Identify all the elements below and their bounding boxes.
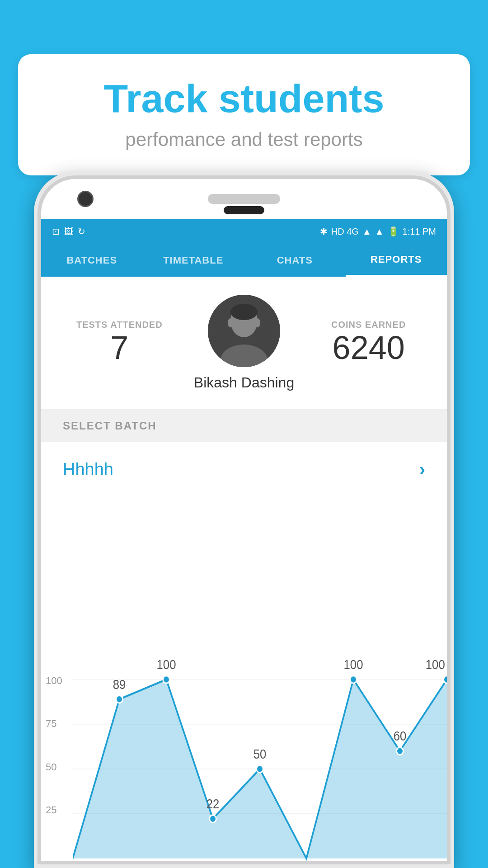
svg-text:100: 100 — [157, 657, 176, 672]
svg-text:89: 89 — [113, 677, 126, 692]
phone-top — [41, 179, 447, 219]
svg-point-5 — [255, 318, 260, 327]
speaker — [208, 194, 280, 204]
tab-timetable[interactable]: TIMETABLE — [143, 244, 244, 277]
network-label: HD 4G — [331, 226, 359, 237]
chevron-right-icon: › — [419, 459, 425, 480]
svg-point-22 — [444, 676, 447, 684]
svg-text:60: 60 — [394, 729, 407, 744]
notif-icon-1: ⊡ — [52, 226, 60, 237]
svg-point-10 — [116, 695, 123, 703]
phone-screen: ⊡ 🖼 ↻ ✱ HD 4G ▲ ▲ 🔋 1:11 PM BATCHES TIME… — [41, 179, 447, 861]
y-label-75: 75 — [41, 718, 73, 730]
notif-icon-2: 🖼 — [64, 226, 73, 237]
battery-icon: 🔋 — [388, 226, 399, 237]
content-area: TESTS ATTENDED 7 — [41, 277, 447, 861]
svg-text:100: 100 — [344, 657, 363, 672]
coins-earned-block: COINS EARNED 6240 — [312, 320, 425, 366]
svg-point-20 — [397, 747, 404, 755]
tests-attended-label: TESTS ATTENDED — [63, 320, 176, 330]
y-label-100: 100 — [41, 675, 73, 687]
profile-center: Bikash Dashing — [176, 295, 312, 391]
tab-batches[interactable]: BATCHES — [41, 244, 143, 277]
avatar — [208, 295, 280, 367]
phone-frame: ⊡ 🖼 ↻ ✱ HD 4G ▲ ▲ 🔋 1:11 PM BATCHES TIME… — [34, 172, 454, 868]
svg-point-16 — [257, 765, 263, 773]
speech-bubble: Track students perfomance and test repor… — [18, 54, 470, 175]
notif-icon-3: ↻ — [78, 226, 85, 237]
status-left-icons: ⊡ 🖼 ↻ — [52, 226, 85, 237]
time-display: 1:11 PM — [403, 226, 436, 237]
bubble-subtitle: perfomance and test reports — [45, 129, 443, 151]
chart-container: 25 50 75 100 — [41, 635, 447, 861]
svg-point-4 — [228, 318, 233, 327]
face-sensor — [224, 206, 264, 214]
svg-text:50: 50 — [253, 746, 267, 761]
chart-area: 25 50 75 100 — [41, 635, 447, 861]
select-batch-header: SELECT BATCH — [41, 410, 447, 442]
svg-text:22: 22 — [206, 797, 220, 811]
phone-inner: ⊡ 🖼 ↻ ✱ HD 4G ▲ ▲ 🔋 1:11 PM BATCHES TIME… — [38, 175, 450, 864]
signal-icon-1: ▲ — [362, 226, 371, 237]
front-camera-icon — [77, 191, 94, 207]
y-label-50: 50 — [41, 761, 73, 773]
status-bar: ⊡ 🖼 ↻ ✱ HD 4G ▲ ▲ 🔋 1:11 PM — [41, 219, 447, 244]
batch-name: Hhhhh — [63, 460, 113, 479]
tab-chats[interactable]: CHATS — [244, 244, 346, 277]
tab-reports[interactable]: REPORTS — [346, 244, 447, 277]
performance-chart: 89 100 22 50 100 — [73, 635, 447, 861]
tests-attended-block: TESTS ATTENDED 7 — [63, 320, 176, 366]
select-batch-label: SELECT BATCH — [63, 420, 157, 432]
tab-bar: BATCHES TIMETABLE CHATS REPORTS — [41, 244, 447, 277]
svg-point-14 — [210, 815, 216, 823]
coins-earned-label: COINS EARNED — [312, 320, 425, 330]
tests-attended-value: 7 — [63, 330, 176, 366]
svg-point-18 — [350, 676, 357, 684]
batch-item[interactable]: Hhhhh › — [41, 442, 447, 497]
user-name: Bikash Dashing — [194, 374, 294, 391]
bubble-title: Track students — [45, 77, 443, 121]
coins-earned-value: 6240 — [312, 330, 425, 366]
svg-point-12 — [163, 676, 170, 684]
bluetooth-icon: ✱ — [320, 226, 328, 237]
signal-icon-2: ▲ — [375, 226, 384, 237]
svg-point-2 — [230, 304, 258, 320]
profile-section: TESTS ATTENDED 7 — [41, 277, 447, 410]
svg-text:100: 100 — [426, 657, 445, 672]
y-label-25: 25 — [41, 804, 73, 816]
status-right-icons: ✱ HD 4G ▲ ▲ 🔋 1:11 PM — [320, 226, 436, 237]
